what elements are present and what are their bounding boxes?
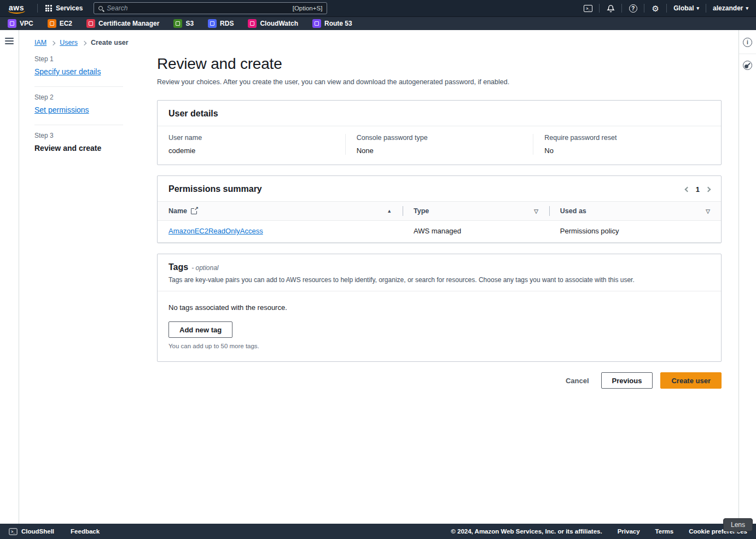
breadcrumb-current: Create user (91, 39, 129, 46)
table-row: AmazonEC2ReadOnlyAccess AWS managed Perm… (158, 221, 721, 243)
require-password-reset-label: Require password reset (544, 134, 710, 142)
tools-panel-icon[interactable] (743, 61, 752, 70)
region-selector[interactable]: Global ▾ (672, 4, 700, 12)
divider (739, 54, 756, 54)
step-3-number: Step 3 (34, 132, 123, 139)
column-header-name[interactable]: Name ▲ (158, 202, 403, 221)
services-label: Services (56, 4, 83, 12)
user-name-field: User name codemie (158, 134, 346, 155)
step-1: Step 1 Specify user details (34, 54, 123, 87)
cloudshell-icon: >_ (9, 528, 17, 535)
settings-gear-icon[interactable]: ⚙ (650, 3, 661, 14)
console-password-type-value: None (357, 147, 522, 155)
filter-icon[interactable]: ▽ (534, 208, 538, 214)
step-2-link[interactable]: Set permissions (34, 106, 89, 114)
tags-limit-hint: You can add up to 50 more tags. (168, 343, 710, 349)
info-icon[interactable]: i (743, 38, 752, 47)
pagination-current-page[interactable]: 1 (696, 185, 700, 194)
breadcrumb-iam[interactable]: IAM (34, 39, 46, 46)
side-menu-rail (0, 30, 19, 524)
cancel-button[interactable]: Cancel (561, 377, 594, 385)
tags-description: Tags are key-value pairs you can add to … (168, 276, 710, 284)
search-shortcut-hint: [Option+S] (293, 5, 323, 11)
main-area: IAM Users Create user Step 1 Specify use… (0, 30, 756, 524)
pagination: 1 (685, 185, 710, 194)
wizard-actions: Cancel Previous Create user (157, 372, 722, 389)
step-2: Step 2 Set permissions (34, 87, 123, 125)
permissions-table: Name ▲ Type ▽ (158, 202, 721, 243)
permissions-summary-title: Permissions summary (168, 184, 262, 194)
step-1-number: Step 1 (34, 55, 123, 63)
require-password-reset-field: Require password reset No (533, 134, 721, 155)
aws-console-window: aws Services [Option+S] >_ ? ⚙ Global ▾ (0, 0, 756, 539)
services-menu-button[interactable]: Services (43, 4, 85, 12)
add-new-tag-button[interactable]: Add new tag (168, 321, 232, 338)
search-icon (98, 6, 103, 10)
favorite-vpc[interactable]: VPC (8, 19, 33, 28)
cloudshell-icon[interactable]: >_ (583, 3, 594, 14)
notifications-bell-icon[interactable] (605, 3, 616, 14)
step-3-current-label: Review and create (34, 144, 101, 153)
user-details-title: User details (168, 109, 218, 119)
filter-icon[interactable]: ▽ (706, 208, 710, 214)
console-password-type-label: Console password type (357, 134, 522, 142)
certificate-manager-service-icon (86, 19, 95, 28)
workspace: IAM Users Create user Step 1 Specify use… (19, 30, 738, 524)
aws-logo[interactable]: aws (7, 3, 26, 14)
lens-overlay-badge[interactable]: Lens (723, 518, 753, 531)
chevron-right-icon (51, 40, 55, 45)
region-label: Global (673, 4, 694, 12)
page-content: Review and create Review your choices. A… (157, 54, 722, 389)
tags-optional-label: - optional (191, 264, 218, 272)
terms-link[interactable]: Terms (655, 528, 674, 535)
feedback-button[interactable]: Feedback (71, 528, 100, 535)
rds-service-icon (208, 19, 217, 28)
tags-title: Tags (168, 262, 188, 272)
account-menu[interactable]: alezander ▾ (712, 4, 749, 12)
step-3: Step 3 Review and create (34, 125, 123, 163)
page-title: Review and create (157, 55, 722, 73)
policy-used-as-cell: Permissions policy (549, 221, 721, 243)
favorite-route53[interactable]: Route 53 (312, 19, 352, 28)
favorite-s3[interactable]: S3 (173, 19, 194, 28)
column-header-type[interactable]: Type ▽ (403, 202, 549, 221)
favorite-cloudwatch[interactable]: CloudWatch (248, 19, 298, 28)
external-link-icon (191, 208, 197, 214)
favorites-bar: VPC EC2 Certificate Manager S3 RDS Cloud… (0, 16, 756, 30)
chevron-down-icon: ▾ (746, 5, 748, 11)
permissions-summary-panel: Permissions summary 1 (157, 175, 722, 243)
breadcrumb-users[interactable]: Users (60, 39, 78, 46)
topbar-right-group: >_ ? ⚙ Global ▾ alezander ▾ (583, 3, 749, 14)
favorite-rds[interactable]: RDS (208, 19, 234, 28)
pagination-next-icon[interactable] (706, 186, 711, 192)
tags-panel: Tags- optional Tags are key-value pairs … (157, 254, 722, 362)
ec2-service-icon (48, 19, 56, 28)
favorite-ec2[interactable]: EC2 (48, 19, 72, 28)
sort-ascending-icon[interactable]: ▲ (387, 208, 392, 214)
column-header-used-as[interactable]: Used as ▽ (549, 202, 721, 221)
privacy-link[interactable]: Privacy (618, 528, 640, 535)
create-user-button[interactable]: Create user (660, 372, 722, 389)
account-name: alezander (713, 4, 743, 12)
step-2-number: Step 2 (34, 93, 123, 101)
pagination-previous-icon[interactable] (684, 186, 690, 192)
search-input[interactable] (107, 4, 288, 12)
chevron-right-icon (82, 40, 86, 45)
services-grid-icon (45, 5, 52, 11)
user-name-value: codemie (168, 147, 334, 155)
global-search[interactable]: [Option+S] (94, 2, 327, 14)
previous-button[interactable]: Previous (601, 372, 653, 389)
cloudshell-footer-button[interactable]: >_ CloudShell (9, 528, 54, 535)
help-icon[interactable]: ? (627, 3, 638, 14)
hamburger-menu-icon[interactable] (5, 38, 14, 44)
vpc-service-icon (8, 19, 16, 28)
policy-link[interactable]: AmazonEC2ReadOnlyAccess (168, 227, 263, 235)
user-name-label: User name (168, 134, 334, 142)
step-1-link[interactable]: Specify user details (34, 67, 101, 76)
tags-empty-message: No tags associated with the resource. (168, 303, 710, 312)
require-password-reset-value: No (544, 147, 710, 155)
favorite-certificate-manager[interactable]: Certificate Manager (86, 19, 159, 28)
user-details-panel: User details User name codemie Console p… (157, 100, 722, 165)
s3-service-icon (173, 19, 182, 28)
chevron-down-icon: ▾ (697, 5, 700, 11)
